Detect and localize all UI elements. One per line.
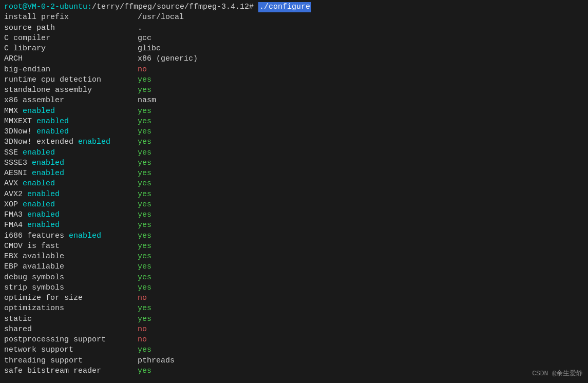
prompt-command: ./configure: [258, 2, 311, 12]
table-row: strip symbolsyes: [4, 283, 584, 293]
row-value: yes: [138, 127, 151, 137]
row-value: yes: [138, 252, 151, 262]
table-row: threading supportpthreads: [4, 356, 584, 366]
prompt-user: root@VM-0-2-ubuntu:: [4, 2, 92, 12]
table-row: ARCHx86 (generic): [4, 54, 584, 64]
row-value: yes: [138, 148, 151, 158]
prompt-path: /terry/ffmpeg/source/ffmpeg-3.4.12: [92, 2, 249, 12]
table-row: sharedno: [4, 324, 584, 335]
row-value: yes: [138, 366, 151, 376]
terminal: root@VM-0-2-ubuntu:/terry/ffmpeg/source/…: [0, 0, 588, 378]
table-row: postprocessing supportno: [4, 335, 584, 345]
table-row: optimizationsyes: [4, 303, 584, 314]
table-row: C libraryglibc: [4, 44, 584, 54]
row-value: yes: [138, 137, 151, 147]
row-value: /usr/local: [138, 12, 184, 23]
table-row: i686 features enabledyes: [4, 231, 584, 241]
row-value: yes: [138, 262, 151, 272]
row-value: yes: [138, 273, 151, 283]
table-row: safe bitstream readeryes: [4, 366, 584, 376]
row-value: gcc: [138, 33, 151, 44]
table-row: FMA3 enabledyes: [4, 210, 584, 220]
row-value: yes: [138, 85, 151, 95]
table-row: runtime cpu detectionyes: [4, 75, 584, 85]
table-row: 3DNow! enabledyes: [4, 127, 584, 137]
row-value: yes: [138, 106, 151, 117]
table-row: source path.: [4, 23, 584, 33]
row-value: glibc: [138, 44, 161, 54]
table-row: EBP availableyes: [4, 262, 584, 272]
row-value: yes: [138, 303, 151, 314]
table-row: AVX2 enabledyes: [4, 189, 584, 200]
watermark: CSDN @余生爱静: [532, 369, 583, 378]
row-value: yes: [138, 345, 151, 355]
row-value: nasm: [138, 95, 156, 106]
row-value: no: [138, 65, 147, 75]
table-row: debug symbolsyes: [4, 273, 584, 283]
table-row: C compilergcc: [4, 33, 584, 44]
table-row: SSSE3 enabledyes: [4, 158, 584, 168]
table-row: staticyes: [4, 314, 584, 324]
table-row: XOP enabledyes: [4, 200, 584, 210]
table-row: network supportyes: [4, 345, 584, 355]
row-value: yes: [138, 283, 151, 293]
table-row: x86 assemblernasm: [4, 95, 584, 106]
row-value: .: [138, 23, 142, 33]
table-row: standalone assemblyyes: [4, 85, 584, 95]
row-value: pthreads: [138, 356, 175, 366]
table-row: CMOV is fastyes: [4, 241, 584, 252]
table-row: AESNI enabledyes: [4, 168, 584, 179]
row-value: yes: [138, 314, 151, 324]
table-row: 3DNow! extended enabledyes: [4, 137, 584, 147]
table-row: MMX enabledyes: [4, 106, 584, 117]
prompt-line: root@VM-0-2-ubuntu:/terry/ffmpeg/source/…: [4, 2, 584, 12]
table-row: FMA4 enabledyes: [4, 220, 584, 231]
row-value: yes: [138, 231, 151, 241]
row-value: yes: [138, 168, 151, 179]
row-value: yes: [138, 75, 151, 85]
table-row: big-endianno: [4, 65, 584, 75]
row-value: yes: [138, 117, 151, 127]
row-value: no: [138, 335, 147, 345]
table-row: optimize for sizeno: [4, 293, 584, 303]
table-row: SSE enabledyes: [4, 148, 584, 158]
output-rows: install prefix/usr/localsource path.C co…: [4, 12, 584, 376]
row-value: yes: [138, 241, 151, 252]
table-row: install prefix/usr/local: [4, 12, 584, 23]
row-value: no: [138, 324, 147, 335]
row-value: yes: [138, 189, 151, 200]
prompt-hash: #: [249, 2, 258, 12]
row-value: yes: [138, 220, 151, 231]
table-row: AVX enabledyes: [4, 179, 584, 189]
row-value: yes: [138, 158, 151, 168]
row-value: no: [138, 293, 147, 303]
table-row: EBX availableyes: [4, 252, 584, 262]
row-value: yes: [138, 200, 151, 210]
table-row: MMXEXT enabledyes: [4, 117, 584, 127]
row-value: x86 (generic): [138, 54, 198, 64]
row-value: yes: [138, 210, 151, 220]
row-value: yes: [138, 179, 151, 189]
